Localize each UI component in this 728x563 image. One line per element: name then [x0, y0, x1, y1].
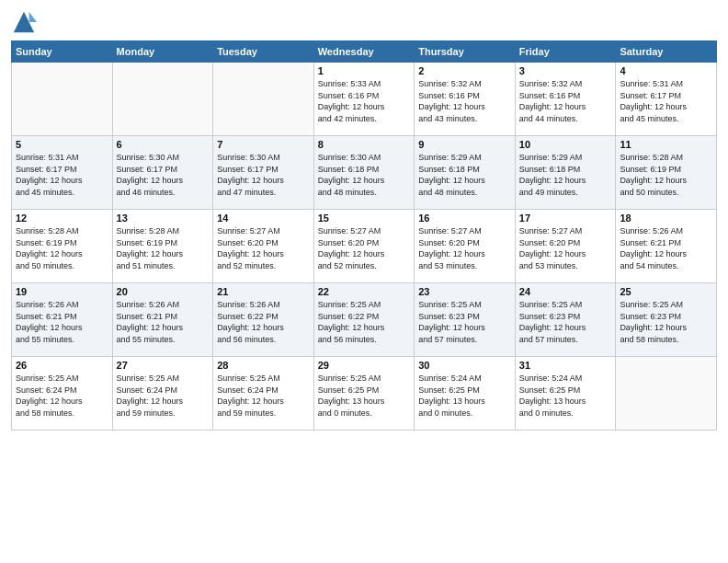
day-detail: Sunrise: 5:26 AM Sunset: 6:21 PM Dayligh…	[117, 299, 210, 345]
day-detail: Sunrise: 5:32 AM Sunset: 6:16 PM Dayligh…	[418, 78, 511, 124]
weekday-header-row: SundayMondayTuesdayWednesdayThursdayFrid…	[12, 41, 717, 63]
day-number: 17	[519, 213, 612, 224]
day-detail: Sunrise: 5:25 AM Sunset: 6:24 PM Dayligh…	[117, 373, 210, 419]
day-number: 3	[519, 65, 612, 76]
day-detail: Sunrise: 5:30 AM Sunset: 6:17 PM Dayligh…	[117, 152, 210, 198]
logo-icon	[11, 9, 37, 35]
day-detail: Sunrise: 5:28 AM Sunset: 6:19 PM Dayligh…	[16, 225, 108, 271]
day-number: 11	[620, 139, 712, 150]
calendar-cell: 1Sunrise: 5:33 AM Sunset: 6:16 PM Daylig…	[313, 63, 415, 136]
day-detail: Sunrise: 5:25 AM Sunset: 6:23 PM Dayligh…	[418, 299, 511, 345]
day-detail: Sunrise: 5:27 AM Sunset: 6:20 PM Dayligh…	[318, 225, 411, 271]
day-detail: Sunrise: 5:28 AM Sunset: 6:19 PM Dayligh…	[620, 152, 712, 198]
calendar-cell	[213, 63, 314, 136]
svg-marker-1	[29, 12, 37, 22]
day-number: 24	[519, 286, 612, 297]
calendar-cell: 18Sunrise: 5:26 AM Sunset: 6:21 PM Dayli…	[616, 210, 717, 283]
calendar-cell: 14Sunrise: 5:27 AM Sunset: 6:20 PM Dayli…	[213, 210, 314, 283]
day-number: 14	[217, 213, 310, 224]
weekday-header: Thursday	[415, 41, 516, 63]
calendar-cell: 26Sunrise: 5:25 AM Sunset: 6:24 PM Dayli…	[12, 357, 113, 431]
day-detail: Sunrise: 5:26 AM Sunset: 6:22 PM Dayligh…	[217, 299, 310, 345]
calendar-cell: 27Sunrise: 5:25 AM Sunset: 6:24 PM Dayli…	[112, 357, 213, 431]
day-number: 2	[418, 65, 511, 76]
day-detail: Sunrise: 5:24 AM Sunset: 6:25 PM Dayligh…	[519, 373, 612, 419]
weekday-header: Tuesday	[213, 41, 314, 63]
day-number: 8	[318, 139, 411, 150]
day-number: 10	[519, 139, 612, 150]
header	[11, 9, 717, 35]
day-number: 25	[620, 286, 712, 297]
calendar-cell: 2Sunrise: 5:32 AM Sunset: 6:16 PM Daylig…	[415, 63, 516, 136]
calendar-cell: 15Sunrise: 5:27 AM Sunset: 6:20 PM Dayli…	[313, 210, 415, 283]
calendar-cell: 10Sunrise: 5:29 AM Sunset: 6:18 PM Dayli…	[515, 136, 616, 210]
day-detail: Sunrise: 5:29 AM Sunset: 6:18 PM Dayligh…	[519, 152, 612, 198]
weekday-header: Wednesday	[313, 41, 415, 63]
page-container: SundayMondayTuesdayWednesdayThursdayFrid…	[0, 0, 728, 440]
day-number: 7	[217, 139, 310, 150]
day-number: 1	[318, 65, 411, 76]
day-detail: Sunrise: 5:26 AM Sunset: 6:21 PM Dayligh…	[620, 225, 712, 271]
day-number: 26	[16, 360, 108, 371]
day-detail: Sunrise: 5:27 AM Sunset: 6:20 PM Dayligh…	[519, 225, 612, 271]
calendar-cell	[112, 63, 213, 136]
day-number: 27	[117, 360, 210, 371]
day-detail: Sunrise: 5:27 AM Sunset: 6:20 PM Dayligh…	[217, 225, 310, 271]
calendar-week-row: 19Sunrise: 5:26 AM Sunset: 6:21 PM Dayli…	[12, 283, 717, 357]
day-detail: Sunrise: 5:27 AM Sunset: 6:20 PM Dayligh…	[418, 225, 511, 271]
calendar-cell: 6Sunrise: 5:30 AM Sunset: 6:17 PM Daylig…	[112, 136, 213, 210]
calendar-week-row: 12Sunrise: 5:28 AM Sunset: 6:19 PM Dayli…	[12, 210, 717, 283]
calendar-week-row: 5Sunrise: 5:31 AM Sunset: 6:17 PM Daylig…	[12, 136, 717, 210]
calendar-cell: 9Sunrise: 5:29 AM Sunset: 6:18 PM Daylig…	[415, 136, 516, 210]
day-detail: Sunrise: 5:32 AM Sunset: 6:16 PM Dayligh…	[519, 78, 612, 124]
calendar-cell: 5Sunrise: 5:31 AM Sunset: 6:17 PM Daylig…	[12, 136, 113, 210]
day-detail: Sunrise: 5:31 AM Sunset: 6:17 PM Dayligh…	[620, 78, 712, 124]
calendar-cell: 25Sunrise: 5:25 AM Sunset: 6:23 PM Dayli…	[616, 283, 717, 357]
day-number: 21	[217, 286, 310, 297]
day-number: 9	[418, 139, 511, 150]
day-number: 5	[16, 139, 108, 150]
day-number: 29	[318, 360, 411, 371]
weekday-header: Monday	[112, 41, 213, 63]
day-number: 12	[16, 213, 108, 224]
calendar-cell: 29Sunrise: 5:25 AM Sunset: 6:25 PM Dayli…	[313, 357, 415, 431]
logo	[11, 9, 40, 35]
calendar-cell: 12Sunrise: 5:28 AM Sunset: 6:19 PM Dayli…	[12, 210, 113, 283]
day-detail: Sunrise: 5:26 AM Sunset: 6:21 PM Dayligh…	[16, 299, 108, 345]
day-detail: Sunrise: 5:24 AM Sunset: 6:25 PM Dayligh…	[418, 373, 511, 419]
calendar-cell: 3Sunrise: 5:32 AM Sunset: 6:16 PM Daylig…	[515, 63, 616, 136]
day-number: 6	[117, 139, 210, 150]
calendar-cell: 11Sunrise: 5:28 AM Sunset: 6:19 PM Dayli…	[616, 136, 717, 210]
calendar-cell	[616, 357, 717, 431]
calendar-cell: 24Sunrise: 5:25 AM Sunset: 6:23 PM Dayli…	[515, 283, 616, 357]
weekday-header: Sunday	[12, 41, 113, 63]
day-detail: Sunrise: 5:25 AM Sunset: 6:23 PM Dayligh…	[620, 299, 712, 345]
calendar-cell: 7Sunrise: 5:30 AM Sunset: 6:17 PM Daylig…	[213, 136, 314, 210]
day-detail: Sunrise: 5:25 AM Sunset: 6:22 PM Dayligh…	[318, 299, 411, 345]
calendar-cell: 4Sunrise: 5:31 AM Sunset: 6:17 PM Daylig…	[616, 63, 717, 136]
calendar-week-row: 26Sunrise: 5:25 AM Sunset: 6:24 PM Dayli…	[12, 357, 717, 431]
calendar-table: SundayMondayTuesdayWednesdayThursdayFrid…	[11, 40, 717, 431]
day-detail: Sunrise: 5:25 AM Sunset: 6:23 PM Dayligh…	[519, 299, 612, 345]
day-number: 20	[117, 286, 210, 297]
calendar-cell: 21Sunrise: 5:26 AM Sunset: 6:22 PM Dayli…	[213, 283, 314, 357]
day-number: 13	[117, 213, 210, 224]
day-number: 28	[217, 360, 310, 371]
calendar-cell: 17Sunrise: 5:27 AM Sunset: 6:20 PM Dayli…	[515, 210, 616, 283]
day-number: 31	[519, 360, 612, 371]
day-detail: Sunrise: 5:25 AM Sunset: 6:24 PM Dayligh…	[16, 373, 108, 419]
day-number: 4	[620, 65, 712, 76]
calendar-cell: 22Sunrise: 5:25 AM Sunset: 6:22 PM Dayli…	[313, 283, 415, 357]
day-number: 30	[418, 360, 511, 371]
day-detail: Sunrise: 5:29 AM Sunset: 6:18 PM Dayligh…	[418, 152, 511, 198]
day-number: 19	[16, 286, 108, 297]
day-detail: Sunrise: 5:25 AM Sunset: 6:25 PM Dayligh…	[318, 373, 411, 419]
calendar-cell: 31Sunrise: 5:24 AM Sunset: 6:25 PM Dayli…	[515, 357, 616, 431]
day-number: 15	[318, 213, 411, 224]
calendar-cell: 8Sunrise: 5:30 AM Sunset: 6:18 PM Daylig…	[313, 136, 415, 210]
calendar-cell: 28Sunrise: 5:25 AM Sunset: 6:24 PM Dayli…	[213, 357, 314, 431]
calendar-cell	[12, 63, 113, 136]
calendar-cell: 30Sunrise: 5:24 AM Sunset: 6:25 PM Dayli…	[415, 357, 516, 431]
calendar-cell: 23Sunrise: 5:25 AM Sunset: 6:23 PM Dayli…	[415, 283, 516, 357]
day-number: 23	[418, 286, 511, 297]
